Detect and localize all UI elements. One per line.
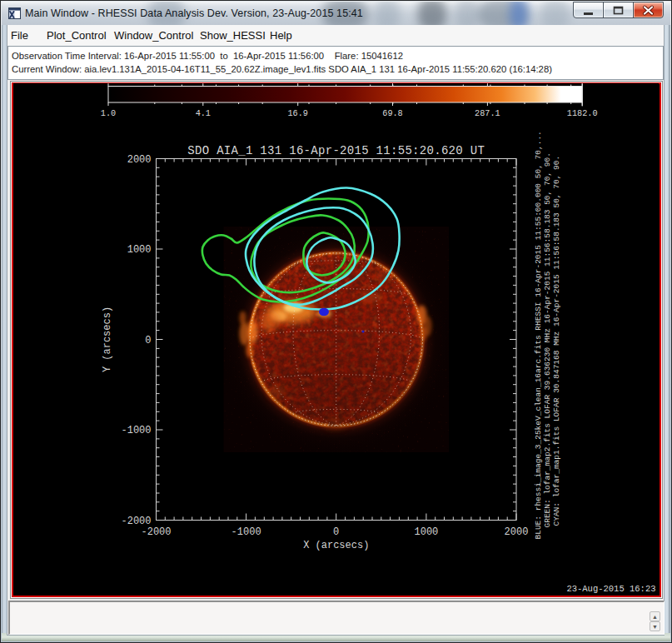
svg-text:-1000: -1000 [231,526,261,537]
svg-text:2000: 2000 [504,526,528,537]
svg-text:-2000: -2000 [121,515,151,526]
svg-text:CYAN: lofar_map1.fits LOFAR 30: CYAN: lofar_map1.fits LOFAR 30.847168 MH… [551,155,560,526]
svg-text:1000: 1000 [414,526,438,537]
svg-text:4.1: 4.1 [195,108,210,117]
svg-text:287.1: 287.1 [475,108,500,117]
svg-text:BLUE: rhessi_image_3_25keV_cle: BLUE: rhessi_image_3_25keV_clean_16arc.f… [534,131,543,539]
svg-text:69.8: 69.8 [382,108,402,117]
svg-text:1.0: 1.0 [100,108,115,117]
svg-text:16.9: 16.9 [287,108,307,117]
svg-text:-2000: -2000 [141,526,171,537]
svg-text:0: 0 [333,526,339,537]
svg-text:0: 0 [145,334,151,346]
svg-text:23-Aug-2015 16:23: 23-Aug-2015 16:23 [566,583,655,593]
svg-text:SDO AIA_1 131 16-Apr-2015 11:5: SDO AIA_1 131 16-Apr-2015 11:55:20.620 U… [187,143,485,157]
svg-text:X (arcsecs): X (arcsecs) [303,539,369,551]
svg-text:1000: 1000 [127,244,151,256]
svg-text:GREEN: lofar_map2.fits LOFAR 3: GREEN: lofar_map2.fits LOFAR 39.636230 M… [543,152,552,527]
svg-text:2000: 2000 [127,153,151,165]
svg-text:Y (arcsecs): Y (arcsecs) [101,306,112,371]
svg-text:-1000: -1000 [121,425,151,436]
svg-text:1182.0: 1182.0 [566,108,597,117]
